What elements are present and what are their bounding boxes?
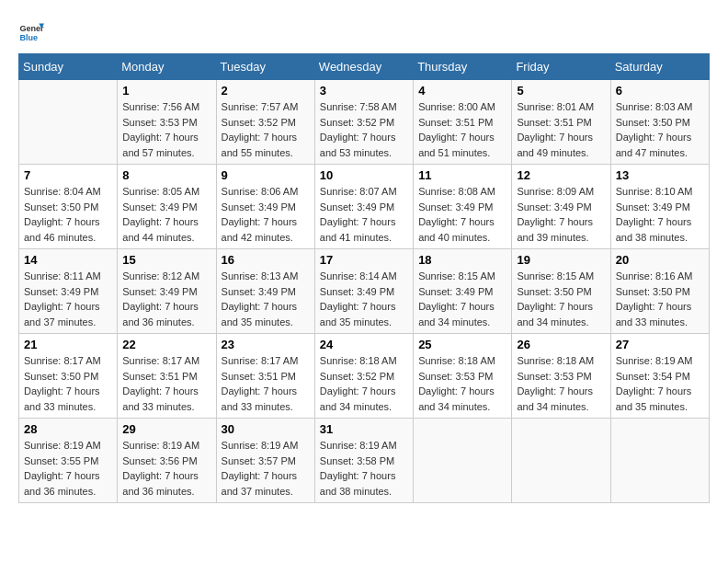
day-info: Sunrise: 8:05 AM Sunset: 3:49 PM Dayligh… xyxy=(122,184,210,245)
day-info: Sunrise: 8:18 AM Sunset: 3:53 PM Dayligh… xyxy=(418,353,506,414)
sunset-label: Sunset: 3:50 PM xyxy=(24,371,98,382)
day-number: 7 xyxy=(24,168,112,182)
sunrise-label: Sunrise: 8:16 AM xyxy=(616,270,693,282)
sunrise-label: Sunrise: 8:18 AM xyxy=(320,355,397,366)
calendar-cell: 30 Sunrise: 8:19 AM Sunset: 3:57 PM Dayl… xyxy=(216,419,314,503)
sunset-label: Sunset: 3:50 PM xyxy=(616,117,690,128)
sunrise-label: Sunrise: 8:18 AM xyxy=(418,355,495,366)
sunset-label: Sunset: 3:50 PM xyxy=(517,286,591,297)
day-info: Sunrise: 7:56 AM Sunset: 3:53 PM Dayligh… xyxy=(122,99,210,160)
day-info: Sunrise: 8:15 AM Sunset: 3:50 PM Dayligh… xyxy=(517,269,605,329)
week-row-3: 14 Sunrise: 8:11 AM Sunset: 3:49 PM Dayl… xyxy=(19,249,710,334)
day-number: 2 xyxy=(222,84,310,98)
daylight-label: Daylight: 7 hours and 39 minutes. xyxy=(517,216,593,243)
sunset-label: Sunset: 3:56 PM xyxy=(122,455,197,466)
sunset-label: Sunset: 3:54 PM xyxy=(616,371,690,382)
daylight-label: Daylight: 7 hours and 33 minutes. xyxy=(616,301,692,327)
day-info: Sunrise: 8:19 AM Sunset: 3:54 PM Dayligh… xyxy=(616,353,704,414)
day-info: Sunrise: 8:18 AM Sunset: 3:52 PM Dayligh… xyxy=(320,353,408,414)
sunrise-label: Sunrise: 7:58 AM xyxy=(320,101,397,112)
calendar-table: SundayMondayTuesdayWednesdayThursdayFrid… xyxy=(18,53,710,503)
week-row-1: 1 Sunrise: 7:56 AM Sunset: 3:53 PM Dayli… xyxy=(19,80,710,165)
calendar-cell xyxy=(19,80,118,165)
sunrise-label: Sunrise: 8:18 AM xyxy=(517,355,594,366)
sunrise-label: Sunrise: 8:19 AM xyxy=(24,440,101,451)
day-header-thursday: Thursday xyxy=(414,54,512,80)
day-number: 20 xyxy=(616,253,704,267)
daylight-label: Daylight: 7 hours and 46 minutes. xyxy=(24,216,100,243)
calendar-cell: 24 Sunrise: 8:18 AM Sunset: 3:52 PM Dayl… xyxy=(314,334,413,419)
daylight-label: Daylight: 7 hours and 34 minutes. xyxy=(418,301,495,327)
day-info: Sunrise: 8:08 AM Sunset: 3:49 PM Dayligh… xyxy=(418,184,506,245)
calendar-cell: 2 Sunrise: 7:57 AM Sunset: 3:52 PM Dayli… xyxy=(216,80,314,165)
calendar-cell: 12 Sunrise: 8:09 AM Sunset: 3:49 PM Dayl… xyxy=(512,165,610,249)
calendar-cell: 1 Sunrise: 7:56 AM Sunset: 3:53 PM Dayli… xyxy=(118,80,216,165)
day-info: Sunrise: 8:14 AM Sunset: 3:49 PM Dayligh… xyxy=(320,269,408,329)
daylight-label: Daylight: 7 hours and 40 minutes. xyxy=(418,216,495,243)
daylight-label: Daylight: 7 hours and 44 minutes. xyxy=(122,216,199,243)
daylight-label: Daylight: 7 hours and 37 minutes. xyxy=(222,470,298,497)
calendar-cell: 27 Sunrise: 8:19 AM Sunset: 3:54 PM Dayl… xyxy=(610,334,709,419)
sunset-label: Sunset: 3:50 PM xyxy=(616,286,690,297)
logo-icon: General Blue xyxy=(18,18,44,44)
week-row-2: 7 Sunrise: 8:04 AM Sunset: 3:50 PM Dayli… xyxy=(19,165,710,249)
day-number: 15 xyxy=(122,253,210,267)
calendar-cell xyxy=(512,419,610,503)
sunrise-label: Sunrise: 8:05 AM xyxy=(122,186,199,197)
sunset-label: Sunset: 3:53 PM xyxy=(122,117,197,128)
daylight-label: Daylight: 7 hours and 47 minutes. xyxy=(616,132,692,158)
daylight-label: Daylight: 7 hours and 36 minutes. xyxy=(122,470,199,497)
daylight-label: Daylight: 7 hours and 41 minutes. xyxy=(320,216,396,243)
sunset-label: Sunset: 3:55 PM xyxy=(24,455,98,466)
calendar-cell: 17 Sunrise: 8:14 AM Sunset: 3:49 PM Dayl… xyxy=(314,249,413,334)
calendar-cell: 23 Sunrise: 8:17 AM Sunset: 3:51 PM Dayl… xyxy=(216,334,314,419)
header-row: SundayMondayTuesdayWednesdayThursdayFrid… xyxy=(19,54,710,80)
calendar-cell: 6 Sunrise: 8:03 AM Sunset: 3:50 PM Dayli… xyxy=(610,80,709,165)
day-header-monday: Monday xyxy=(118,54,216,80)
calendar-cell: 22 Sunrise: 8:17 AM Sunset: 3:51 PM Dayl… xyxy=(118,334,216,419)
sunset-label: Sunset: 3:49 PM xyxy=(122,201,197,213)
day-info: Sunrise: 8:19 AM Sunset: 3:55 PM Dayligh… xyxy=(24,438,112,499)
day-number: 8 xyxy=(122,168,210,182)
day-number: 23 xyxy=(222,338,310,351)
sunrise-label: Sunrise: 8:03 AM xyxy=(616,101,693,112)
day-number: 21 xyxy=(24,338,112,351)
daylight-label: Daylight: 7 hours and 55 minutes. xyxy=(222,132,298,158)
day-info: Sunrise: 8:18 AM Sunset: 3:53 PM Dayligh… xyxy=(517,353,605,414)
svg-text:Blue: Blue xyxy=(19,33,38,42)
sunrise-label: Sunrise: 8:19 AM xyxy=(320,440,397,451)
daylight-label: Daylight: 7 hours and 33 minutes. xyxy=(24,385,100,412)
daylight-label: Daylight: 7 hours and 34 minutes. xyxy=(517,385,593,412)
calendar-cell xyxy=(610,419,709,503)
daylight-label: Daylight: 7 hours and 35 minutes. xyxy=(222,301,298,327)
day-number: 26 xyxy=(517,338,605,351)
day-number: 9 xyxy=(222,168,310,182)
page-header: General Blue xyxy=(18,18,710,44)
calendar-cell: 15 Sunrise: 8:12 AM Sunset: 3:49 PM Dayl… xyxy=(118,249,216,334)
day-header-sunday: Sunday xyxy=(19,54,118,80)
sunrise-label: Sunrise: 8:19 AM xyxy=(616,355,693,366)
day-number: 22 xyxy=(122,338,210,351)
day-number: 29 xyxy=(122,422,210,436)
day-number: 18 xyxy=(418,253,506,267)
day-info: Sunrise: 8:04 AM Sunset: 3:50 PM Dayligh… xyxy=(24,184,112,245)
sunset-label: Sunset: 3:51 PM xyxy=(122,371,197,382)
day-info: Sunrise: 8:13 AM Sunset: 3:49 PM Dayligh… xyxy=(222,269,310,329)
day-info: Sunrise: 8:19 AM Sunset: 3:57 PM Dayligh… xyxy=(222,438,310,499)
calendar-cell: 20 Sunrise: 8:16 AM Sunset: 3:50 PM Dayl… xyxy=(610,249,709,334)
day-header-saturday: Saturday xyxy=(610,54,709,80)
day-header-friday: Friday xyxy=(512,54,610,80)
day-info: Sunrise: 8:03 AM Sunset: 3:50 PM Dayligh… xyxy=(616,99,704,160)
daylight-label: Daylight: 7 hours and 38 minutes. xyxy=(616,216,692,243)
sunrise-label: Sunrise: 8:13 AM xyxy=(222,270,299,282)
sunrise-label: Sunrise: 8:08 AM xyxy=(418,186,495,197)
sunset-label: Sunset: 3:57 PM xyxy=(222,455,296,466)
day-number: 14 xyxy=(24,253,112,267)
day-info: Sunrise: 8:12 AM Sunset: 3:49 PM Dayligh… xyxy=(122,269,210,329)
day-info: Sunrise: 8:17 AM Sunset: 3:51 PM Dayligh… xyxy=(222,353,310,414)
logo: General Blue xyxy=(18,18,44,44)
sunrise-label: Sunrise: 8:17 AM xyxy=(24,355,101,366)
sunrise-label: Sunrise: 8:15 AM xyxy=(418,270,495,282)
daylight-label: Daylight: 7 hours and 42 minutes. xyxy=(222,216,298,243)
day-info: Sunrise: 8:01 AM Sunset: 3:51 PM Dayligh… xyxy=(517,99,605,160)
